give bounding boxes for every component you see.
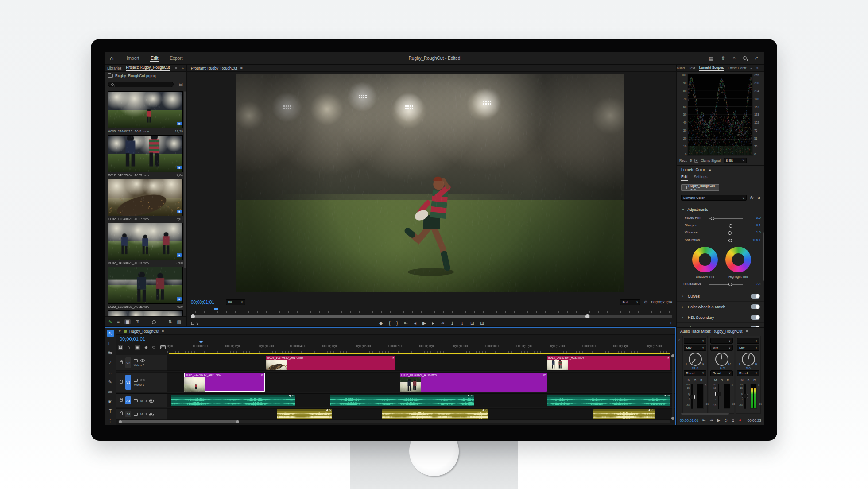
panel-menu-icon[interactable]: ≡: [746, 329, 748, 334]
project-clip-item[interactable]: B012_04327804_A023.mov7;04▮▮: [108, 135, 183, 177]
linked-selection-icon[interactable]: ▣: [135, 345, 140, 350]
slider-handle[interactable]: [728, 231, 732, 235]
pan-value[interactable]: -9.2: [710, 366, 733, 370]
track-header-v2[interactable]: V2Video 2: [116, 355, 167, 371]
resolution-dropdown[interactable]: Full∨: [620, 299, 640, 305]
fader-handle[interactable]: [742, 394, 748, 398]
fit-dropdown[interactable]: Fit∨: [226, 299, 245, 305]
sort-icon[interactable]: ⇅: [168, 319, 172, 324]
program-time-ruler[interactable]: [191, 308, 672, 313]
program-playhead[interactable]: [214, 308, 218, 310]
panel-menu-icon[interactable]: ≡: [240, 66, 243, 70]
slider-value[interactable]: 6.1: [756, 223, 761, 227]
new-bin-icon[interactable]: ▤: [177, 319, 181, 324]
lumetri-tab-settings[interactable]: Settings: [694, 175, 708, 181]
track-header-a3[interactable]: A3MS: [116, 394, 167, 407]
voiceover-record-icon[interactable]: [150, 413, 152, 415]
fader-handle[interactable]: [715, 392, 721, 396]
reset-icon[interactable]: ↺: [757, 196, 761, 200]
share-icon[interactable]: ⇧: [721, 55, 725, 61]
project-clip-item[interactable]: E002_10350821_A015.mov4;29▮▮: [108, 267, 183, 309]
mute-button[interactable]: M: [140, 413, 143, 416]
track-badge-v1[interactable]: V1: [125, 375, 131, 390]
tab-text[interactable]: Text: [689, 66, 695, 70]
project-search-box[interactable]: [108, 82, 174, 87]
r-button[interactable]: R: [753, 379, 756, 382]
edit-pen-icon[interactable]: ✎: [108, 319, 112, 324]
extract-icon[interactable]: ↧: [461, 321, 464, 326]
project-file-row[interactable]: Rugby_RoughCut.prproj: [105, 72, 186, 80]
mix-dropdown[interactable]: Mix∨: [737, 345, 760, 351]
pan-value[interactable]: 3.6: [737, 366, 760, 370]
timeline-vertical-scrollbar[interactable]: [672, 354, 674, 420]
timeline-ruler[interactable]: ;00;0000;00;01;0000;00;02;0000;00;03;000…: [167, 344, 669, 353]
step-back-icon[interactable]: ◂: [414, 321, 416, 326]
go-to-out-icon[interactable]: ⇥: [710, 418, 713, 423]
more-panels-icon[interactable]: »: [182, 66, 184, 70]
tab-sound[interactable]: Sound: [677, 66, 685, 70]
track-header-a4[interactable]: A4MS: [116, 408, 167, 420]
mix-dropdown[interactable]: Mix∨: [684, 345, 706, 351]
lock-icon[interactable]: [120, 381, 123, 384]
snap-icon[interactable]: ∩: [128, 345, 130, 349]
slider-value[interactable]: 1.5: [756, 230, 761, 234]
record-icon[interactable]: ●: [739, 418, 741, 423]
video-clip[interactable]: E002_10350821_A015.movfx: [400, 373, 547, 392]
tab-effect-contr[interactable]: Effect Contr: [728, 66, 746, 70]
razor-tool[interactable]: ∕: [107, 359, 114, 366]
bit-depth-dropdown[interactable]: 8 Bit∨: [724, 158, 747, 163]
sequence-clip-button[interactable]: Rugby_RoughCut - A00...: [681, 184, 719, 191]
playhead-line[interactable]: [201, 344, 202, 420]
add-marker-icon[interactable]: ◆: [145, 345, 148, 349]
audio-clip[interactable]: fx: [171, 395, 295, 406]
r-button[interactable]: R: [700, 379, 702, 382]
mixer-timecode[interactable]: 00;00;01;01: [680, 419, 698, 423]
automation-dropdown[interactable]: Read∨: [737, 370, 760, 376]
s-button[interactable]: S: [748, 379, 750, 382]
s-button[interactable]: S: [721, 379, 723, 382]
section-toggle[interactable]: [751, 294, 760, 299]
slip-tool[interactable]: ↔: [107, 369, 114, 376]
voiceover-record-icon[interactable]: [150, 399, 152, 402]
play-icon[interactable]: ▶: [422, 321, 426, 326]
m-button[interactable]: M: [714, 379, 717, 382]
slider-handle[interactable]: [728, 283, 732, 286]
section-row-hsl-secondary[interactable]: ›HSL Secondary: [677, 312, 764, 322]
go-to-out-icon[interactable]: ⇥: [441, 321, 444, 326]
lock-icon[interactable]: [120, 399, 123, 402]
mixer-scrollbar[interactable]: [681, 413, 729, 415]
project-clip-item[interactable]: E002_10340820_A017.mov5;07▮▮: [108, 179, 183, 221]
output-dropdown[interactable]: ∨: [737, 338, 760, 344]
nest-toggle-icon[interactable]: ⊡: [118, 345, 123, 350]
source-patch-icon[interactable]: [134, 379, 138, 382]
timeline-tab[interactable]: Rugby_RoughCut: [129, 329, 159, 334]
loop-icon[interactable]: ↻: [724, 418, 728, 423]
thumbnail-zoom-slider[interactable]: [144, 322, 163, 322]
m-button[interactable]: M: [688, 379, 690, 382]
mark-out-icon[interactable]: }: [396, 321, 398, 326]
r-button[interactable]: R: [727, 379, 729, 382]
track-header-v1[interactable]: V1Video 1: [116, 372, 167, 392]
automation-dropdown[interactable]: Read∨: [684, 370, 706, 376]
type-tool[interactable]: T: [107, 408, 114, 415]
m-button[interactable]: M: [741, 379, 744, 382]
solo-button[interactable]: S: [145, 413, 147, 416]
slider-value[interactable]: 0.0: [756, 216, 761, 220]
pan-knob[interactable]: [715, 353, 728, 366]
track-badge-a4[interactable]: A4: [125, 411, 131, 417]
pen-tool[interactable]: ✎: [107, 379, 114, 385]
section-toggle[interactable]: [751, 304, 760, 309]
program-timecode[interactable]: 00;00;01;01: [191, 300, 214, 305]
rectangle-tool[interactable]: ▭: [107, 388, 114, 395]
scrollbar-thumb[interactable]: [119, 420, 239, 423]
add-button-icon[interactable]: +: [670, 321, 672, 326]
effect-dropdown[interactable]: Lumetri Color∨: [681, 195, 747, 201]
vertical-text-tool[interactable]: ⋮: [107, 418, 114, 424]
panel-menu-icon[interactable]: ≡: [751, 66, 753, 70]
audio-clip[interactable]: fx: [330, 395, 474, 406]
mute-button[interactable]: M: [140, 399, 143, 402]
freeform-view-icon[interactable]: ⊞: [136, 319, 139, 324]
lumetri-scrollbar[interactable]: [763, 232, 764, 281]
section-toggle[interactable]: [751, 326, 760, 327]
project-clip-item[interactable]: B002_04250820_A013.mov8;00▮▮: [108, 223, 183, 265]
